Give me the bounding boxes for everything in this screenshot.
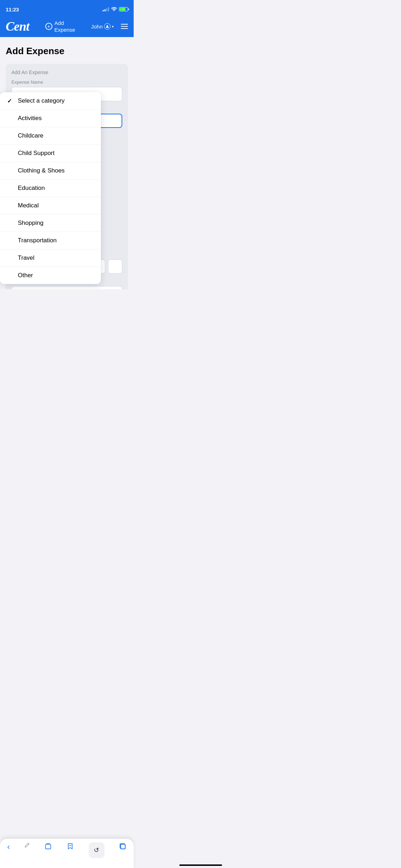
status-time: 11:23 xyxy=(6,6,19,12)
hamburger-line xyxy=(121,26,128,27)
page-content: Add Expense Add An Expense Expense Name … xyxy=(0,37,134,289)
billed-to-input[interactable] xyxy=(11,286,122,289)
add-expense-nav-label: AddExpense xyxy=(55,20,75,33)
expense-form-card: Add An Expense Expense Name C ✓ Select a… xyxy=(6,64,128,289)
hamburger-line xyxy=(121,28,128,29)
dropdown-item-label: Other xyxy=(18,272,33,279)
svg-point-0 xyxy=(114,10,114,11)
dropdown-item-label: Activities xyxy=(18,115,42,122)
wifi-icon xyxy=(111,6,117,12)
form-section-label: Add An Expense xyxy=(11,69,122,75)
dropdown-item-activities[interactable]: Activities xyxy=(0,110,101,127)
hamburger-menu-button[interactable] xyxy=(121,24,128,29)
chevron-down-icon: ▾ xyxy=(112,25,114,29)
add-expense-nav-button[interactable]: + AddExpense xyxy=(34,20,87,33)
dropdown-item-select-category[interactable]: ✓ Select a category xyxy=(0,92,101,110)
dropdown-item-label: Transportation xyxy=(18,237,57,244)
dropdown-item-clothing-shoes[interactable]: Clothing & Shoes xyxy=(0,162,101,180)
checkmark-icon: ✓ xyxy=(7,98,14,104)
status-bar: 11:23 ⚡ xyxy=(0,0,134,16)
dropdown-item-label: Shopping xyxy=(18,219,43,227)
signal-icon xyxy=(103,7,109,11)
nav-bar: Cent + AddExpense John ▾ xyxy=(0,16,134,37)
user-section[interactable]: John ▾ xyxy=(91,23,114,30)
dropdown-item-education[interactable]: Education xyxy=(0,180,101,197)
status-icons: ⚡ xyxy=(103,6,128,12)
dropdown-item-childcare[interactable]: Childcare xyxy=(0,127,101,145)
dropdown-item-label: Childcare xyxy=(18,132,43,139)
category-dropdown[interactable]: ✓ Select a category Activities Childcare… xyxy=(0,92,101,284)
plus-circle-icon: + xyxy=(45,23,52,30)
expense-name-label: Expense Name xyxy=(11,79,122,85)
user-icon xyxy=(104,23,110,30)
currency-select[interactable] xyxy=(108,259,122,274)
svg-point-1 xyxy=(107,25,108,27)
dropdown-item-medical[interactable]: Medical xyxy=(0,197,101,215)
dropdown-item-travel[interactable]: Travel xyxy=(0,249,101,267)
dropdown-item-label: Medical xyxy=(18,202,39,209)
dropdown-item-label: Clothing & Shoes xyxy=(18,167,65,174)
dropdown-item-other[interactable]: Other xyxy=(0,267,101,284)
hamburger-line xyxy=(121,24,128,25)
dropdown-item-shopping[interactable]: Shopping xyxy=(0,215,101,232)
dropdown-item-label: Education xyxy=(18,185,45,192)
user-name: John xyxy=(91,24,103,30)
battery-icon: ⚡ xyxy=(119,7,128,11)
dropdown-item-label: Child Support xyxy=(18,150,55,157)
dropdown-item-child-support[interactable]: Child Support xyxy=(0,145,101,162)
dropdown-item-label: Select a category xyxy=(18,97,65,104)
dropdown-item-label: Travel xyxy=(18,254,35,262)
dropdown-item-transportation[interactable]: Transportation xyxy=(0,232,101,249)
page-title: Add Expense xyxy=(6,46,128,57)
app-logo: Cent xyxy=(6,19,29,34)
